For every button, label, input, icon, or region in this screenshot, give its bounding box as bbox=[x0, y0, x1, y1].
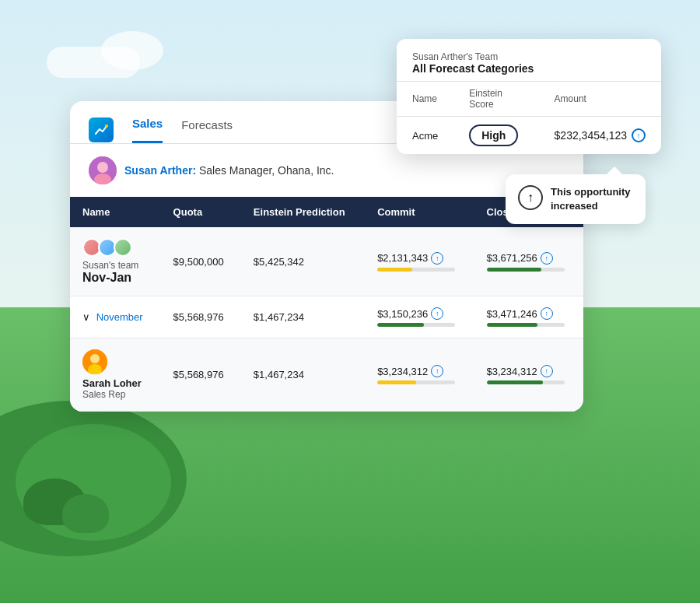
svg-point-2 bbox=[97, 162, 108, 173]
tooltip-bubble: ↑ This opportunity increased bbox=[506, 174, 646, 224]
sarah-name-cell: Sarah Loher Sales Rep bbox=[70, 338, 161, 412]
bush-decoration-2 bbox=[62, 494, 109, 533]
november-commit: $3,150,236 ↑ bbox=[365, 296, 474, 338]
team-closed-value: $3,671,256 ↑ bbox=[487, 252, 571, 265]
popup-amount-cell: $232,3454,123 ↑ bbox=[555, 128, 646, 142]
sarah-name: Sarah Loher bbox=[82, 377, 149, 389]
sarah-closed-bar bbox=[487, 380, 565, 384]
sarah-closed: $3,234,312 ↑ bbox=[474, 338, 583, 412]
popup-col-name: Name bbox=[397, 82, 453, 117]
closed-progress-bar bbox=[487, 268, 565, 272]
popup-row: Acme High $232,3454,123 ↑ bbox=[397, 117, 661, 155]
team-prediction: $5,425,342 bbox=[241, 227, 365, 296]
closed-up-arrow: ↑ bbox=[541, 252, 553, 265]
team-quota: $9,500,000 bbox=[161, 227, 241, 296]
popup-title: All Forecast Categories bbox=[412, 62, 646, 75]
table-row: Susan's team Nov-Jan $9,500,000 $5,425,3… bbox=[70, 227, 583, 296]
up-arrow-icon: ↑ bbox=[632, 128, 646, 142]
table-row: Sarah Loher Sales Rep $5,568,976 $1,467,… bbox=[70, 338, 583, 412]
team-commit-cell: $2,131,343 ↑ bbox=[377, 252, 461, 272]
svg-point-5 bbox=[90, 354, 100, 363]
sarah-title: Sales Rep bbox=[82, 389, 149, 400]
high-badge: High bbox=[469, 124, 518, 146]
popup-row-score: High bbox=[453, 117, 538, 155]
popup-amount-value: $232,3454,123 bbox=[555, 129, 627, 142]
sarah-commit-value: $3,234,312 ↑ bbox=[377, 365, 461, 377]
sarah-closed-cell: $3,234,312 ↑ bbox=[487, 365, 571, 384]
sarah-commit-cell: $3,234,312 ↑ bbox=[377, 365, 461, 384]
team-period: Nov-Jan bbox=[82, 271, 149, 285]
col-header-prediction: Einstein Prediction bbox=[241, 197, 365, 227]
november-link[interactable]: November bbox=[96, 311, 143, 323]
november-closed-bar bbox=[487, 323, 565, 327]
team-commit: $2,131,343 ↑ bbox=[365, 227, 474, 296]
november-commit-cell: $3,150,236 ↑ bbox=[377, 307, 461, 327]
team-closed-cell: $3,671,256 ↑ bbox=[487, 252, 571, 272]
commit-progress-bar bbox=[377, 268, 455, 272]
tab-sales[interactable]: Sales bbox=[132, 117, 163, 143]
commit-progress-fill bbox=[377, 268, 412, 272]
november-commit-bar bbox=[377, 323, 455, 327]
sarah-commit-fill bbox=[377, 380, 416, 384]
cloud-decoration-2 bbox=[101, 31, 163, 70]
november-closed-cell: $3,471,246 ↑ bbox=[487, 307, 571, 327]
november-name-cell: ∨ November bbox=[70, 296, 161, 338]
sarah-prediction: $1,467,234 bbox=[241, 338, 365, 412]
col-header-commit: Commit bbox=[365, 197, 474, 227]
popup-card: Susan Arther's Team All Forecast Categor… bbox=[397, 39, 661, 154]
november-prediction: $1,467,234 bbox=[241, 296, 365, 338]
col-header-quota: Quota bbox=[161, 197, 241, 227]
sarah-commit-bar bbox=[377, 380, 455, 384]
popup-row-amount: $232,3454,123 ↑ bbox=[539, 117, 661, 155]
user-name: Susan Arther: bbox=[124, 164, 196, 177]
sarah-closed-value: $3,234,312 ↑ bbox=[487, 365, 571, 377]
closed-progress-fill bbox=[487, 268, 541, 272]
col-header-name: Name bbox=[70, 197, 161, 227]
sarah-quota: $5,568,976 bbox=[161, 338, 241, 412]
popup-header: Susan Arther's Team All Forecast Categor… bbox=[397, 39, 661, 82]
user-text: Susan Arther: Sales Manager, Ohana, Inc. bbox=[124, 164, 334, 177]
sarah-avatar bbox=[82, 349, 107, 374]
user-detail: Sales Manager, Ohana, Inc. bbox=[196, 164, 334, 177]
popup-table: Name Einstein Score Amount Acme High $23… bbox=[397, 82, 661, 154]
forecast-table: Name Quota Einstein Prediction Commit Cl… bbox=[70, 197, 583, 412]
popup-col-amount: Amount bbox=[539, 82, 661, 117]
commit-up-arrow: ↑ bbox=[431, 252, 443, 265]
team-label: Susan's team bbox=[82, 260, 149, 271]
november-commit-fill bbox=[377, 323, 424, 327]
row-team-name-cell: Susan's team Nov-Jan bbox=[70, 227, 161, 296]
avatar-3 bbox=[114, 238, 132, 257]
user-avatar bbox=[89, 156, 117, 184]
team-commit-value: $2,131,343 ↑ bbox=[377, 252, 461, 265]
popup-row-name: Acme bbox=[397, 117, 453, 155]
sarah-closed-arrow: ↑ bbox=[541, 365, 553, 377]
svg-point-0 bbox=[105, 124, 108, 128]
november-closed: $3,471,246 ↑ bbox=[474, 296, 583, 338]
november-closed-fill bbox=[487, 323, 537, 327]
popup-team-name: Susan Arther's Team bbox=[412, 51, 646, 62]
sarah-commit: $3,234,312 ↑ bbox=[365, 338, 474, 412]
popup-col-score: Einstein Score bbox=[453, 82, 538, 117]
sarah-commit-arrow: ↑ bbox=[431, 365, 443, 377]
november-closed-value: $3,471,246 ↑ bbox=[487, 307, 571, 320]
november-closed-arrow: ↑ bbox=[541, 307, 553, 320]
november-quota: $5,568,976 bbox=[161, 296, 241, 338]
team-closed: $3,671,256 ↑ bbox=[474, 227, 583, 296]
sarah-closed-fill bbox=[487, 380, 543, 384]
chevron-down-icon: ∨ bbox=[82, 311, 90, 323]
sales-icon bbox=[89, 117, 114, 142]
tooltip-text: This opportunity increased bbox=[551, 185, 633, 213]
november-commit-arrow: ↑ bbox=[431, 307, 443, 320]
tooltip-up-icon: ↑ bbox=[518, 185, 543, 210]
table-row: ∨ November $5,568,976 $1,467,234 $3,150,… bbox=[70, 296, 583, 338]
november-commit-value: $3,150,236 ↑ bbox=[377, 307, 461, 320]
tab-forecasts[interactable]: Forecasts bbox=[181, 118, 233, 142]
